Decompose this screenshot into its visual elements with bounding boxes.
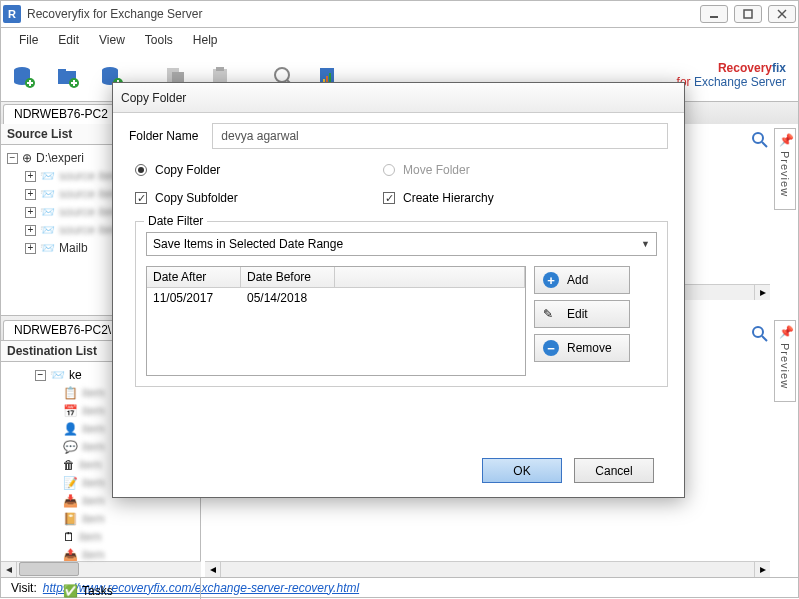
expand-icon[interactable]: + [25,243,36,254]
pencil-icon: ✎ [543,307,559,321]
tree-item[interactable]: item [82,422,105,436]
svg-rect-1 [744,10,752,18]
add-button[interactable]: + Add [534,266,630,294]
cell-before: 05/14/2018 [241,288,335,308]
cancel-button[interactable]: Cancel [574,458,654,483]
brand-suffix: fix [772,61,786,75]
tree-item[interactable]: item [82,386,105,400]
brand-subline: Exchange Server [694,75,786,89]
create-hierarchy-label: Create Hierarchy [403,191,494,205]
move-folder-label: Move Folder [403,163,470,177]
svg-rect-24 [216,67,224,71]
svg-point-25 [275,68,289,82]
expand-icon[interactable]: + [25,225,36,236]
tree-item[interactable]: item [82,476,105,490]
folder-name-input[interactable] [212,123,668,149]
svg-rect-11 [58,69,66,73]
plus-icon: + [543,272,559,288]
preview-tab[interactable]: 📌 Preview [774,128,796,210]
preview-tab[interactable]: 📌 Preview [774,320,796,402]
ok-button[interactable]: OK [482,458,562,483]
expand-icon[interactable]: + [25,207,36,218]
tree-item[interactable]: item [82,512,105,526]
pin-icon: 📌 [779,325,791,337]
date-filter-combo[interactable]: Save Items in Selected Date Range ▼ [146,232,657,256]
remove-button[interactable]: − Remove [534,334,630,362]
expand-icon[interactable]: + [25,171,36,182]
copy-subfolder-label: Copy Subfolder [155,191,238,205]
dest-root[interactable]: ke [69,368,82,382]
menubar: File Edit View Tools Help [0,28,799,52]
menu-help[interactable]: Help [183,30,228,50]
expand-icon[interactable]: − [7,153,18,164]
scrollbar[interactable]: ◂▸ [205,561,770,577]
menu-tools[interactable]: Tools [135,30,183,50]
tree-item[interactable]: item [82,548,105,562]
date-range-grid[interactable]: Date After Date Before 11/05/2017 05/14/… [146,266,526,376]
chevron-down-icon: ▼ [641,239,650,249]
minus-icon: − [543,340,559,356]
menu-view[interactable]: View [89,30,135,50]
copy-folder-label: Copy Folder [155,163,220,177]
folder-name-label: Folder Name [129,129,198,143]
add-label: Add [567,273,588,287]
database-add-icon[interactable] [7,60,41,94]
dialog-title: Copy Folder [113,83,684,113]
date-filter-group: Date Filter Save Items in Selected Date … [135,221,668,387]
move-folder-radio[interactable] [383,164,395,176]
col-empty [335,267,525,287]
tree-item-tasks[interactable]: Tasks [82,584,113,598]
copy-folder-dialog: Copy Folder Folder Name Copy Folder Move… [112,82,685,498]
minimize-button[interactable] [700,5,728,23]
source-root[interactable]: D:\experi [36,151,84,165]
cell-after: 11/05/2017 [147,288,241,308]
menu-file[interactable]: File [9,30,48,50]
preview-label: Preview [779,343,791,389]
preview-label: Preview [779,151,791,197]
window-title: Recoveryfix for Exchange Server [27,7,694,21]
edit-label: Edit [567,307,588,321]
app-icon: R [3,5,21,23]
close-button[interactable] [768,5,796,23]
combo-value: Save Items in Selected Date Range [153,237,343,251]
tab-source[interactable]: NDRWEB76-PC2 [3,104,119,124]
pin-icon: 📌 [779,133,791,145]
edit-button[interactable]: ✎ Edit [534,300,630,328]
create-hierarchy-checkbox[interactable] [383,192,395,204]
search-icon[interactable] [750,324,770,344]
remove-label: Remove [567,341,612,355]
tree-item[interactable]: item [79,530,102,544]
expand-icon[interactable]: + [25,189,36,200]
menu-edit[interactable]: Edit [48,30,89,50]
col-date-after[interactable]: Date After [147,267,241,287]
tree-item[interactable]: item [82,440,105,454]
search-icon[interactable] [750,130,770,150]
svg-point-31 [753,133,763,143]
date-filter-legend: Date Filter [144,214,207,228]
expand-icon[interactable]: − [35,370,46,381]
tree-item[interactable]: item [79,458,102,472]
table-row[interactable]: 11/05/2017 05/14/2018 [147,288,525,308]
tree-item[interactable]: item [82,404,105,418]
svg-point-33 [753,327,763,337]
copy-folder-radio[interactable] [135,164,147,176]
col-date-before[interactable]: Date Before [241,267,335,287]
svg-line-34 [762,336,767,341]
maximize-button[interactable] [734,5,762,23]
folder-add-icon[interactable] [51,60,85,94]
copy-subfolder-checkbox[interactable] [135,192,147,204]
brand-prefix: Recovery [718,61,772,75]
brand-logo: Recoveryfix for Exchange Server [677,58,786,89]
tree-item[interactable]: item [82,494,105,508]
svg-line-32 [762,142,767,147]
tree-item-mailbox[interactable]: Mailb [59,241,88,255]
titlebar: R Recoveryfix for Exchange Server [0,0,799,28]
